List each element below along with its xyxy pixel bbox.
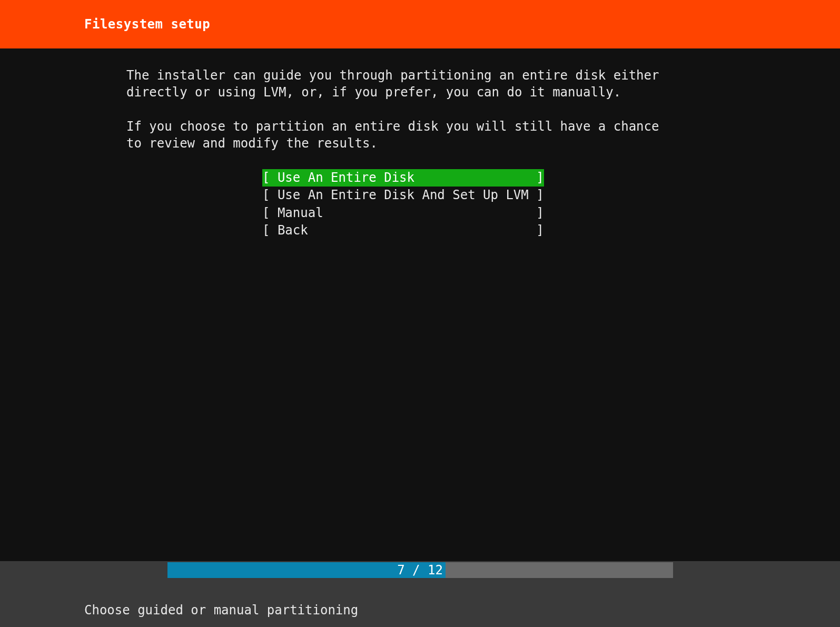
progress-track: 7 / 12 — [167, 562, 673, 578]
page-title: Filesystem setup — [84, 17, 210, 32]
menu-item-manual[interactable]: [ Manual ] — [262, 204, 544, 222]
footer-hint: Choose guided or manual partitioning — [84, 603, 358, 618]
menu-item-back[interactable]: [ Back ] — [262, 222, 544, 240]
intro-paragraph-2: If you choose to partition an entire dis… — [126, 118, 756, 152]
footer-bar: 7 / 12 Choose guided or manual partition… — [0, 561, 840, 627]
intro-paragraph-1: The installer can guide you through part… — [126, 67, 756, 101]
menu-item-use-an-entire-disk-and-set-up-lvm[interactable]: [ Use An Entire Disk And Set Up LVM ] — [262, 187, 544, 204]
header-bar: Filesystem setup — [0, 0, 840, 48]
progress-row: 7 / 12 — [0, 561, 840, 578]
progress-label: 7 / 12 — [167, 562, 673, 578]
content-area: The installer can guide you through part… — [0, 48, 840, 240]
menu-item-use-an-entire-disk[interactable]: [ Use An Entire Disk ] — [262, 169, 544, 187]
partitioning-menu: [ Use An Entire Disk ][ Use An Entire Di… — [262, 169, 544, 240]
